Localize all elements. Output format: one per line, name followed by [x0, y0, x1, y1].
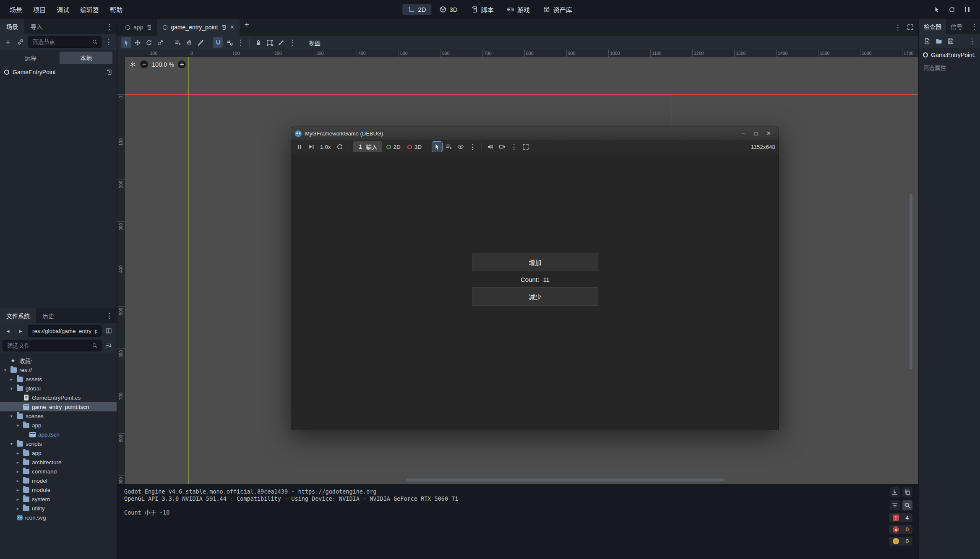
skeleton-options-button[interactable] — [287, 37, 297, 48]
selection-options-button[interactable] — [467, 142, 477, 152]
pan-tool-button[interactable] — [184, 37, 194, 48]
warnings-badge[interactable]: ! 0 — [889, 537, 912, 546]
grid-snap-toggle[interactable] — [224, 37, 235, 48]
remote-button[interactable]: 远程 — [4, 52, 57, 64]
increase-button[interactable]: 增加 — [472, 253, 598, 271]
camera-override-button[interactable] — [497, 142, 507, 152]
file-tree-item[interactable]: ▾ scripts — [0, 439, 117, 448]
camera-options-button[interactable] — [509, 142, 519, 152]
attached-script-icon[interactable] — [106, 69, 112, 75]
file-tree-item[interactable]: ▾ res:// — [0, 365, 117, 374]
search-log-button[interactable] — [902, 500, 912, 510]
game-focus-cursor-button[interactable] — [931, 4, 942, 15]
file-tree-item[interactable]: game_entry_point.tscn — [0, 402, 117, 411]
inspector-object-row[interactable]: GameEntryPoint.t — [919, 48, 980, 62]
new-resource-button[interactable] — [922, 36, 933, 47]
snap-options-button[interactable] — [235, 37, 246, 48]
file-tree-item[interactable]: ▸ app — [0, 448, 117, 458]
skeleton-button[interactable] — [276, 37, 286, 48]
next-frame-button[interactable] — [306, 142, 316, 152]
file-tree-item[interactable]: ▸ model — [0, 476, 117, 485]
file-tree-item[interactable]: GameEntryPoint.cs — [0, 393, 117, 402]
view-menu-button[interactable]: 视图 — [305, 37, 325, 49]
canvas-horizontal-scrollbar[interactable] — [407, 478, 725, 481]
filter-messages-button[interactable] — [890, 500, 900, 510]
center-view-icon[interactable] — [129, 61, 136, 68]
file-tree-item[interactable]: ▸ utility — [0, 504, 117, 513]
tree-expand-arrow[interactable]: ▾ — [3, 367, 8, 372]
tab-inspector[interactable]: 检查器 — [919, 19, 946, 34]
zoom-in-button[interactable] — [178, 60, 186, 68]
path-field[interactable] — [28, 325, 102, 337]
copy-log-button[interactable] — [902, 487, 912, 497]
file-tree-item[interactable]: ▸ command — [0, 467, 117, 476]
smart-snap-toggle[interactable] — [213, 37, 223, 48]
save-log-button[interactable] — [890, 487, 900, 497]
tab-filesystem[interactable]: 文件系统 — [0, 308, 36, 323]
tree-expand-arrow[interactable]: ▾ — [15, 423, 21, 428]
tab-signals[interactable]: 信号 — [946, 19, 967, 34]
tree-expand-arrow[interactable]: ▸ — [15, 506, 21, 511]
add-node-button[interactable] — [3, 36, 13, 47]
time-scale-label[interactable]: 1.0x — [320, 144, 331, 150]
scene-filter-menu-button[interactable] — [103, 36, 114, 47]
path-input[interactable] — [31, 328, 98, 335]
embed-fullscreen-button[interactable] — [521, 142, 531, 152]
zoom-out-button[interactable] — [140, 60, 148, 68]
instance-scene-button[interactable] — [15, 36, 26, 47]
split-view-button[interactable] — [103, 325, 114, 336]
file-tree-item[interactable]: ▸ architecture — [0, 458, 117, 467]
close-tab-button[interactable] — [230, 23, 234, 31]
tree-expand-arrow[interactable]: ▸ — [15, 469, 21, 474]
debugger-badge[interactable]: ! 4 — [889, 513, 912, 522]
canvas-vertical-scrollbar[interactable] — [910, 194, 912, 369]
input-mode-toggle[interactable]: 输入 — [353, 141, 382, 152]
minimize-button[interactable] — [737, 128, 750, 138]
filter-files-field[interactable] — [3, 340, 102, 351]
filter-nodes-field[interactable] — [28, 36, 102, 48]
tree-expand-arrow[interactable]: ▸ — [15, 460, 21, 465]
new-scene-tab-button[interactable] — [241, 19, 252, 30]
filesystem-dock-menu-button[interactable] — [104, 310, 115, 321]
workspace-2d[interactable]: 2D — [402, 4, 431, 15]
sort-files-button[interactable] — [103, 340, 114, 351]
load-resource-button[interactable] — [933, 36, 944, 47]
debug-3d-toggle[interactable]: 3D — [405, 144, 424, 150]
scene-tab-app[interactable]: app — [120, 19, 157, 36]
decrease-button[interactable]: 减少 — [472, 287, 598, 306]
tree-expand-arrow[interactable]: ▸ — [15, 478, 21, 483]
tree-expand-arrow[interactable]: ▾ — [9, 441, 14, 446]
restart-button[interactable] — [335, 142, 345, 152]
menu-item[interactable]: 调试 — [51, 3, 75, 16]
file-tree-item[interactable]: ▸ assets — [0, 374, 117, 384]
tab-scene[interactable]: 场景 — [0, 19, 24, 34]
tab-list-menu-button[interactable] — [892, 22, 903, 33]
game-window-titlebar[interactable]: MyGFrameworkGame (DEBUG) — [291, 127, 779, 140]
tab-history[interactable]: 历史 — [36, 308, 60, 323]
resource-extra-button[interactable] — [967, 36, 977, 47]
rotate-tool-button[interactable] — [143, 37, 154, 48]
filter-nodes-input[interactable] — [31, 39, 89, 46]
file-tree-item[interactable]: ▾ global — [0, 384, 117, 393]
pause-button[interactable] — [295, 142, 305, 152]
scene-tab-game-entry-point[interactable]: game_entry_point — [157, 19, 240, 36]
zoom-level[interactable]: 100.0 % — [152, 61, 174, 68]
tab-import[interactable]: 导入 — [24, 19, 49, 34]
visibility-button[interactable] — [456, 142, 466, 152]
scene-dock-menu-button[interactable] — [104, 21, 115, 32]
menu-item[interactable]: 场景 — [4, 3, 28, 16]
file-tree-item[interactable]: 收藏: — [0, 356, 117, 365]
maximize-button[interactable] — [750, 128, 762, 138]
select-mode-button[interactable] — [432, 142, 442, 152]
workspace-assetlib[interactable]: 资产库 — [538, 3, 578, 16]
filter-files-input[interactable] — [6, 342, 89, 349]
nav-back-button[interactable] — [3, 325, 13, 336]
tree-expand-arrow[interactable]: ▸ — [15, 487, 21, 492]
close-button[interactable] — [762, 128, 775, 138]
restart-game-button[interactable] — [946, 4, 957, 15]
menu-item[interactable]: 编辑器 — [75, 3, 104, 16]
filter-properties-field[interactable]: 筛选属性 — [919, 62, 980, 73]
nav-forward-button[interactable] — [15, 325, 26, 336]
save-resource-button[interactable] — [945, 36, 956, 47]
ruler-tool-button[interactable] — [195, 37, 206, 48]
